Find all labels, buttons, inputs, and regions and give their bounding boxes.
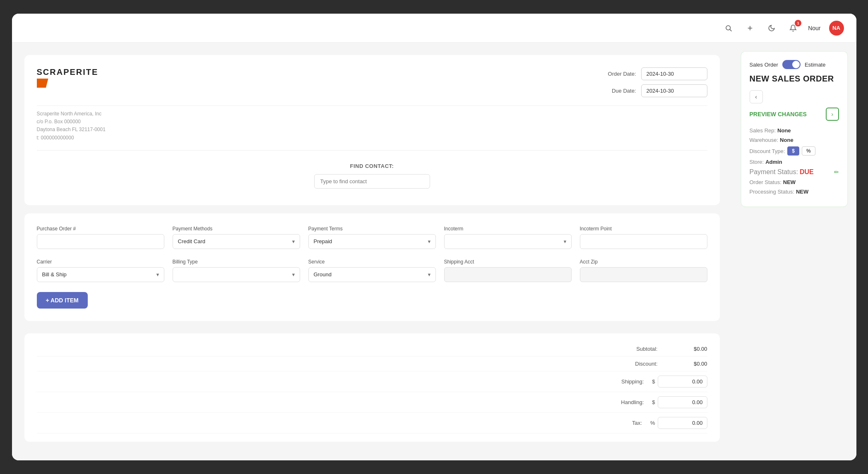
- billing-type-label: Billing Type: [173, 259, 300, 265]
- order-status-key: Order Status:: [750, 179, 781, 185]
- prev-button[interactable]: ‹: [750, 90, 763, 103]
- add-item-button[interactable]: + ADD ITEM: [37, 292, 88, 309]
- order-header-card: SCRAPERITE Order Date: Due Dat: [24, 55, 720, 205]
- sales-rep-key: Sales Rep:: [750, 127, 776, 134]
- payment-terms-field: Payment Terms Prepaid Net 30 Net 60 ▼: [308, 226, 436, 249]
- discount-row: Discount: $0.00: [37, 357, 707, 371]
- payment-methods-wrapper: Credit Card Check Cash Wire Transfer ▼: [173, 234, 300, 249]
- payment-methods-label: Payment Methods: [173, 226, 300, 232]
- store-key: Store:: [750, 159, 764, 165]
- sales-rep-row: Sales Rep: None: [750, 127, 839, 134]
- preview-changes-row: PREVIEW CHANGES ›: [750, 108, 839, 121]
- payment-status-val: DUE: [800, 168, 814, 176]
- incoterm-point-input[interactable]: [580, 234, 707, 249]
- payment-status-key: Payment Status:: [750, 168, 798, 176]
- subtotal-row: Subtotal: $0.00: [37, 342, 707, 357]
- payment-terms-select[interactable]: Prepaid Net 30 Net 60: [308, 234, 436, 249]
- date-fields: Order Date: Due Date:: [603, 67, 707, 97]
- avatar[interactable]: NA: [829, 21, 844, 36]
- acct-zip-input[interactable]: [580, 267, 707, 282]
- due-date-input[interactable]: [641, 84, 707, 97]
- shipping-acct-input[interactable]: [444, 267, 572, 282]
- sales-rep-val: None: [777, 127, 791, 134]
- tax-input-group: %: [650, 417, 707, 429]
- next-button[interactable]: ›: [826, 108, 839, 121]
- discount-type-label: Discount Type:: [750, 148, 785, 154]
- toggle-sales-order-label: Sales Order: [750, 62, 778, 68]
- incoterm-point-field: Incoterm Point: [580, 226, 707, 249]
- purchase-order-field: Purchase Order #: [37, 226, 164, 249]
- handling-input-group: $: [652, 396, 707, 408]
- billing-type-select[interactable]: [173, 267, 300, 282]
- discount-dollar-btn[interactable]: $: [787, 146, 799, 156]
- totals-section: Subtotal: $0.00 Discount: $0.00 Shipping…: [24, 333, 720, 442]
- payment-terms-wrapper: Prepaid Net 30 Net 60 ▼: [308, 234, 436, 249]
- form-row-2: Carrier Bill & Ship Prepaid Collect ▼ Bi…: [37, 259, 707, 282]
- shipping-input-group: $: [652, 376, 707, 388]
- main-layout: SCRAPERITE Order Date: Due Dat: [12, 43, 856, 460]
- carrier-select[interactable]: Bill & Ship Prepaid Collect: [37, 267, 164, 282]
- edit-icon[interactable]: ✏: [834, 169, 839, 175]
- content-area: SCRAPERITE Order Date: Due Dat: [12, 43, 732, 460]
- tax-row: Tax: %: [37, 413, 707, 433]
- processing-status-key: Processing Status:: [750, 189, 794, 195]
- shipping-input[interactable]: [658, 376, 707, 388]
- shipping-acct-label: Shipping Acct: [444, 259, 572, 265]
- divider: [37, 150, 707, 151]
- order-date-input[interactable]: [641, 67, 707, 80]
- billing-type-wrapper: ▼: [173, 267, 300, 282]
- discount-percent-btn[interactable]: %: [802, 146, 815, 156]
- purchase-order-label: Purchase Order #: [37, 226, 164, 232]
- incoterm-field: Incoterm ▼: [444, 226, 572, 249]
- carrier-field: Carrier Bill & Ship Prepaid Collect ▼: [37, 259, 164, 282]
- find-contact-label: FIND CONTACT:: [37, 163, 707, 169]
- address-line2: c/o P.o. Box 000000: [37, 118, 707, 126]
- due-date-label: Due Date:: [603, 88, 636, 94]
- toggle-knob: [792, 61, 800, 68]
- plus-icon[interactable]: [743, 22, 757, 35]
- address-line3: Daytona Beach FL 32117-0001: [37, 126, 707, 134]
- purchase-order-input[interactable]: [37, 234, 164, 249]
- tax-input[interactable]: [658, 417, 707, 429]
- handling-label: Handling:: [594, 399, 644, 405]
- username-label: Nour: [808, 25, 820, 31]
- notification-badge: 1: [795, 20, 801, 26]
- handling-row: Handling: $: [37, 392, 707, 413]
- billing-type-field: Billing Type ▼: [173, 259, 300, 282]
- right-sidebar: Sales Order Estimate NEW SALES ORDER ‹ P…: [732, 43, 856, 460]
- incoterm-label: Incoterm: [444, 226, 572, 232]
- processing-status-row: Processing Status: NEW: [750, 189, 839, 195]
- payment-terms-label: Payment Terms: [308, 226, 436, 232]
- bell-wrapper: 1: [786, 22, 800, 35]
- svg-point-0: [726, 26, 731, 30]
- tax-prefix: %: [650, 420, 655, 426]
- sidebar-title: NEW SALES ORDER: [750, 74, 839, 84]
- subtotal-value: $0.00: [666, 346, 707, 352]
- warehouse-row: Warehouse: None: [750, 137, 839, 143]
- moon-icon[interactable]: [765, 22, 778, 35]
- shipping-prefix: $: [652, 378, 655, 385]
- payment-status-row: Payment Status: DUE ✏: [750, 168, 839, 176]
- find-contact-input[interactable]: [314, 174, 430, 189]
- search-icon[interactable]: [722, 22, 735, 35]
- payment-methods-select[interactable]: Credit Card Check Cash Wire Transfer: [173, 234, 300, 249]
- toggle-switch[interactable]: [782, 60, 801, 69]
- carrier-label: Carrier: [37, 259, 164, 265]
- service-select[interactable]: Ground Express Priority: [308, 267, 436, 282]
- form-row-1: Purchase Order # Payment Methods Credit …: [37, 226, 707, 249]
- sidebar-card: Sales Order Estimate NEW SALES ORDER ‹ P…: [741, 51, 848, 207]
- toggle-row: Sales Order Estimate: [750, 60, 839, 69]
- incoterm-point-label: Incoterm Point: [580, 226, 707, 232]
- acct-zip-field: Acct Zip: [580, 259, 707, 282]
- payment-methods-field: Payment Methods Credit Card Check Cash W…: [173, 226, 300, 249]
- order-status-val: NEW: [783, 179, 796, 185]
- shipping-label: Shipping:: [594, 378, 644, 385]
- toggle-estimate-label: Estimate: [805, 62, 826, 68]
- address-line4: t: 000000000000: [37, 134, 707, 142]
- find-contact-section: FIND CONTACT:: [37, 159, 707, 193]
- incoterm-select[interactable]: [444, 234, 572, 249]
- store-val: Admin: [765, 159, 782, 165]
- shipping-row: Shipping: $: [37, 371, 707, 392]
- store-row: Store: Admin: [750, 159, 839, 165]
- handling-input[interactable]: [658, 396, 707, 408]
